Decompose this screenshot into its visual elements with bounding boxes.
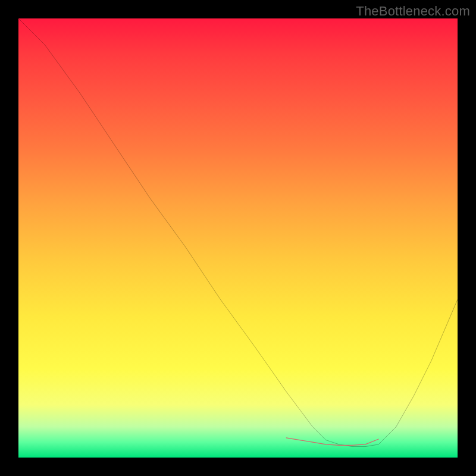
flatspot-highlight	[286, 438, 378, 446]
watermark-text: TheBottleneck.com	[356, 4, 470, 19]
chart-area	[18, 18, 458, 458]
bottleneck-curve	[18, 18, 458, 447]
bottleneck-chart-svg	[18, 18, 458, 458]
